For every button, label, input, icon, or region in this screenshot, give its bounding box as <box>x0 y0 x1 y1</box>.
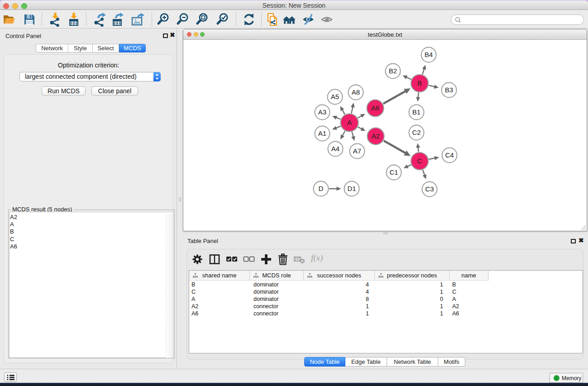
svg-text:A3: A3 <box>318 108 326 116</box>
svg-text:B3: B3 <box>445 86 453 94</box>
svg-text:C3: C3 <box>425 185 434 193</box>
svg-text:C4: C4 <box>445 151 454 159</box>
svg-text:A7: A7 <box>353 147 361 155</box>
svg-text:A1: A1 <box>318 129 326 137</box>
svg-text:A4: A4 <box>331 145 339 152</box>
svg-text:B: B <box>417 79 422 87</box>
svg-text:C: C <box>417 157 422 165</box>
svg-text:C2: C2 <box>412 129 421 136</box>
svg-text:A5: A5 <box>331 93 339 100</box>
svg-text:D1: D1 <box>347 185 356 192</box>
svg-text:C1: C1 <box>389 168 398 176</box>
svg-text:A6: A6 <box>371 104 379 112</box>
svg-text:A2: A2 <box>372 132 380 140</box>
svg-text:B2: B2 <box>389 67 397 75</box>
svg-text:A: A <box>347 119 352 126</box>
svg-text:B4: B4 <box>425 51 433 58</box>
svg-text:A8: A8 <box>352 88 360 96</box>
svg-text:B1: B1 <box>412 108 421 116</box>
svg-text:D: D <box>319 185 324 192</box>
